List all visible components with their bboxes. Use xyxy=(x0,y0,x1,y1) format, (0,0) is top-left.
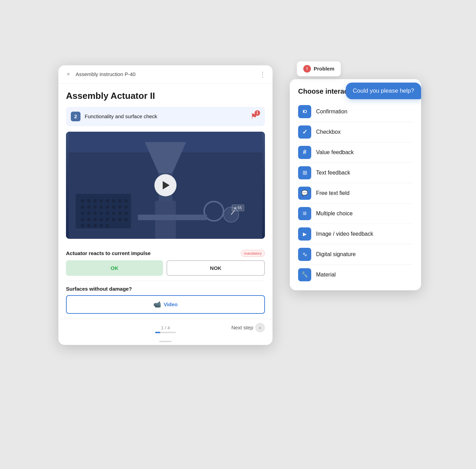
svg-point-23 xyxy=(87,212,91,215)
svg-point-10 xyxy=(106,199,109,203)
svg-point-7 xyxy=(87,199,91,203)
right-panel: ! Problem Could you please help? Choose … xyxy=(290,79,421,290)
interaction-icon-value-feedback: # xyxy=(298,146,311,159)
interaction-item-confirmation[interactable]: IOConfirmation xyxy=(298,102,413,122)
interaction-item-checkbox[interactable]: ✓Checkbox xyxy=(298,122,413,142)
svg-point-38 xyxy=(81,224,84,227)
video-button[interactable]: 📹 Video xyxy=(66,295,265,314)
card-title: Assembly instruction P-40 xyxy=(76,71,135,77)
svg-point-20 xyxy=(118,205,122,209)
flag-badge[interactable]: ⚑ 1 xyxy=(248,110,260,123)
more-menu-button[interactable]: ⋮ xyxy=(259,70,266,78)
play-button[interactable] xyxy=(154,174,177,196)
svg-point-30 xyxy=(81,218,84,221)
play-icon xyxy=(163,181,170,189)
interaction-items-list: IOConfirmation✓Checkbox#Value feedback⊞T… xyxy=(298,102,413,285)
svg-point-41 xyxy=(99,224,103,227)
check-label-row-2: Surfaces without damage? xyxy=(66,286,265,292)
svg-point-32 xyxy=(93,218,97,221)
svg-point-6 xyxy=(81,199,84,203)
problem-tooltip: ! Problem xyxy=(297,61,341,76)
problem-icon: ! xyxy=(303,65,311,73)
measurement-label: ⌀ 55 xyxy=(232,205,244,211)
svg-point-19 xyxy=(112,205,115,209)
interaction-label-value-feedback: Value feedback xyxy=(316,149,354,156)
svg-point-24 xyxy=(93,212,97,215)
svg-point-25 xyxy=(99,212,103,215)
progress-bar-fill xyxy=(155,332,160,333)
interaction-label-material: Material xyxy=(316,272,336,278)
interaction-icon-text-feedback: ⊞ xyxy=(298,166,311,179)
interaction-label-free-text: Free text field xyxy=(316,190,350,196)
interaction-icon-image-video: ▶ xyxy=(298,227,311,241)
interaction-item-value-feedback[interactable]: #Value feedback xyxy=(298,142,413,163)
interaction-panel: Choose interaction IOConfirmation✓Checkb… xyxy=(290,79,421,290)
svg-point-42 xyxy=(106,224,109,227)
ok-nok-row: OK NOK xyxy=(66,260,265,276)
interaction-item-free-text[interactable]: 💬Free text field xyxy=(298,183,413,204)
video-container[interactable]: ⌀ 55 xyxy=(66,132,265,239)
svg-point-36 xyxy=(118,218,122,221)
svg-point-29 xyxy=(124,212,128,215)
card-header: × Assembly instruction P-40 ⋮ xyxy=(58,65,273,84)
problem-label: Problem xyxy=(314,66,334,72)
svg-point-15 xyxy=(87,205,91,209)
check-label-2: Surfaces without damage? xyxy=(66,286,132,292)
svg-point-28 xyxy=(118,212,122,215)
interaction-item-text-feedback[interactable]: ⊞Text feedback xyxy=(298,163,413,183)
interaction-label-digital-signature: Digital signature xyxy=(316,251,356,257)
check-label-row-1: Actuator reacts to current impulse manda… xyxy=(66,250,265,257)
interaction-label-text-feedback: Text feedback xyxy=(316,170,350,176)
svg-point-35 xyxy=(112,218,115,221)
interaction-label-multiple-choice: Multiple choice xyxy=(316,210,353,217)
chat-bubble: Could you please help? xyxy=(346,83,421,99)
svg-point-31 xyxy=(87,218,91,221)
svg-point-39 xyxy=(87,224,91,227)
interaction-item-multiple-choice[interactable]: ≡Multiple choice xyxy=(298,204,413,224)
svg-point-13 xyxy=(124,199,128,203)
interaction-label-confirmation: Confirmation xyxy=(316,109,348,115)
check-section-2: Surfaces without damage? 📹 Video xyxy=(66,281,265,319)
progress-bar xyxy=(155,332,176,333)
svg-point-11 xyxy=(112,199,115,203)
video-btn-label: Video xyxy=(164,301,178,307)
interaction-icon-checkbox: ✓ xyxy=(298,125,311,139)
page-info: 1 / 4 xyxy=(161,325,170,330)
svg-point-26 xyxy=(106,212,109,215)
next-step-button[interactable]: Next step › xyxy=(231,323,265,332)
mandatory-badge: mandatory xyxy=(241,250,265,257)
card-body: Assembly Actuator II 2 Functionality and… xyxy=(58,84,273,319)
svg-point-12 xyxy=(118,199,122,203)
interaction-icon-material: 🔧 xyxy=(298,268,311,281)
check-section-1: Actuator reacts to current impulse manda… xyxy=(66,245,265,281)
svg-point-14 xyxy=(81,205,84,209)
svg-point-45 xyxy=(208,206,219,217)
card-header-left: × Assembly instruction P-40 xyxy=(65,71,135,78)
nok-button[interactable]: NOK xyxy=(166,260,265,276)
card-footer-area: 1 / 4 Next step › xyxy=(58,319,273,338)
interaction-item-material[interactable]: 🔧Material xyxy=(298,265,413,285)
svg-point-21 xyxy=(124,205,128,209)
flag-count: 1 xyxy=(255,110,260,116)
step-row: 2 Functionality and surface check ⚑ 1 xyxy=(66,107,265,126)
svg-point-18 xyxy=(106,205,109,209)
video-camera-icon: 📹 xyxy=(153,301,161,308)
interaction-label-image-video: Image / video feedback xyxy=(316,231,373,237)
drag-handle xyxy=(159,341,172,342)
interaction-label-checkbox: Checkbox xyxy=(316,129,341,135)
left-card: × Assembly instruction P-40 ⋮ Assembly A… xyxy=(58,65,273,345)
close-button[interactable]: × xyxy=(65,71,72,78)
svg-point-27 xyxy=(112,212,115,215)
svg-point-40 xyxy=(93,224,97,227)
interaction-icon-digital-signature: ∿ xyxy=(298,248,311,261)
step-label: Functionality and surface check xyxy=(85,113,248,119)
svg-rect-46 xyxy=(138,215,207,220)
svg-rect-5 xyxy=(76,194,131,228)
ok-button[interactable]: OK xyxy=(66,260,163,276)
interaction-item-digital-signature[interactable]: ∿Digital signature xyxy=(298,244,413,265)
svg-point-9 xyxy=(99,199,103,203)
next-step-label: Next step xyxy=(231,325,253,330)
svg-point-33 xyxy=(99,218,103,221)
interaction-item-image-video[interactable]: ▶Image / video feedback xyxy=(298,224,413,244)
svg-point-22 xyxy=(81,212,84,215)
